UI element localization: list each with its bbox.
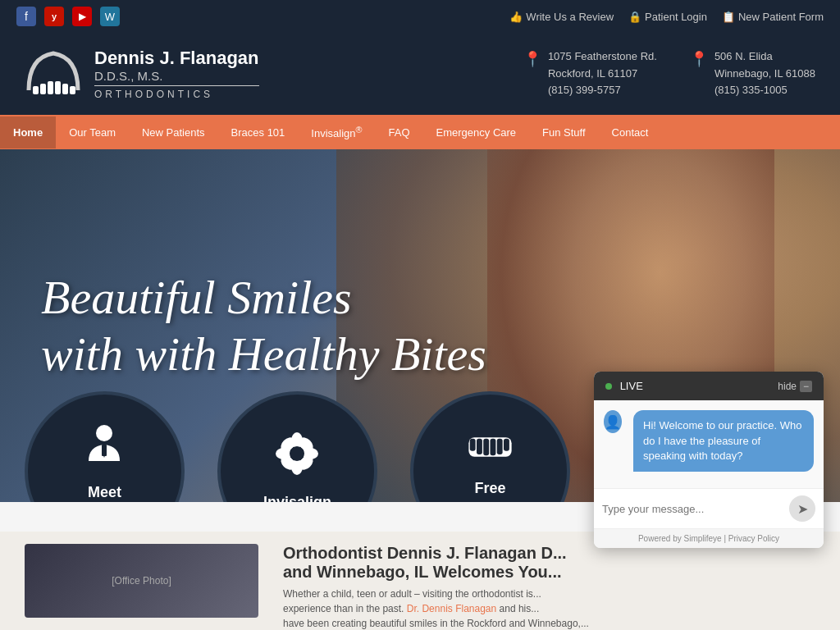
top-bar: f y ▶ W 👍 Write Us a Review 🔒 Patient Lo… [0,0,840,33]
circle-label-2: Invisalign [263,493,331,503]
form-icon: 📋 [722,11,735,23]
svg-point-6 [96,425,112,441]
svg-rect-22 [491,439,496,456]
facebook-icon[interactable]: f [16,7,36,26]
main-nav: Home Our Team New Patients Braces 101 In… [0,115,840,149]
address-1-line1: 1075 Featherstone Rd. [548,48,657,66]
svg-rect-19 [470,439,476,451]
address-2-phone: (815) 335-1005 [714,82,815,99]
pin-icon-1: 📍 [523,50,541,68]
svg-rect-0 [33,86,39,94]
hero-text: Beautiful Smiles with with Healthy Bites [0,269,527,383]
hide-label: hide [778,381,797,392]
send-icon: ➤ [797,501,808,517]
thumbs-up-icon: 👍 [509,11,523,23]
meet-dr-flanagan-button[interactable]: MeetDr. Flanagan [25,391,185,502]
social-links: f y ▶ W [16,7,120,26]
agent-avatar: 👤 [604,410,622,433]
lock-icon: 🔒 [628,11,641,23]
chat-input[interactable] [602,503,789,515]
chat-hide-button[interactable]: hide − [778,381,812,392]
doctor-link[interactable]: Dr. Dennis Flanagan [407,603,496,614]
chat-footer: Powered by Simplifeye | Privacy Policy [594,528,824,548]
doctor-name: Dennis J. Flanagan [94,48,259,69]
svg-point-17 [290,446,304,461]
chat-message-row: 👤 Hi! Welcome to our practice. Who do I … [604,410,814,478]
nav-fun-stuff[interactable]: Fun Stuff [529,116,599,148]
logo-text: Dennis J. Flanagan D.D.S., M.S. ORTHODON… [94,48,259,100]
circle-label-1: MeetDr. Flanagan [60,483,148,502]
chat-bubble: Hi! Welcome to our practice. Who do I ha… [633,410,814,472]
patient-login-link[interactable]: 🔒 Patient Login [628,11,707,23]
intro-text: Orthodontist Dennis J. Flanagan D... and… [283,544,815,618]
address-winnebago: 📍 506 N. Elida Winnebago, IL 61088 (815)… [690,48,815,99]
circle-label-3: FreeSmile Exam [449,479,532,502]
person-icon [82,422,127,477]
hero-headline: Beautiful Smiles with with Healthy Bites [41,269,486,383]
svg-rect-4 [62,84,68,94]
chat-widget: LIVE hide − 👤 Hi! Welcome to our practic… [594,372,824,548]
nav-invisalign[interactable]: Invisalign® [298,115,375,149]
svg-rect-21 [483,439,489,456]
minimize-icon: − [800,381,812,392]
specialty-label: ORTHODONTICS [94,85,259,100]
invisalign-button[interactable]: Invisalign [217,391,377,502]
write-review-link[interactable]: 👍 Write Us a Review [509,11,614,23]
svg-rect-23 [497,439,503,454]
address-rockford: 📍 1075 Featherstone Rd. Rockford, IL 611… [523,48,657,99]
site-header: Dennis J. Flanagan D.D.S., M.S. ORTHODON… [0,33,840,115]
address-1-line2: Rockford, IL 61107 [548,66,657,83]
logo-area: Dennis J. Flanagan D.D.S., M.S. ORTHODON… [25,45,259,103]
nav-our-team[interactable]: Our Team [56,116,129,148]
address-2-line1: 506 N. Elida [714,48,815,66]
doctor-credentials: D.D.S., M.S. [94,69,259,83]
hero-line2: with with Healthy Bites [41,327,486,381]
svg-rect-1 [40,84,46,94]
intro-body: Whether a child, teen or adult – visitin… [283,587,815,630]
chat-send-button[interactable]: ➤ [789,495,815,522]
youtube-icon[interactable]: ▶ [72,7,92,26]
wordpress-icon[interactable]: W [100,7,120,26]
address-1-phone: (815) 399-5757 [548,82,657,99]
office-image: [Office Photo] [25,544,258,618]
hero-line1: Beautiful Smiles [41,271,352,324]
nav-faq[interactable]: FAQ [376,116,423,148]
address-2-line2: Winnebago, IL 61088 [714,66,815,83]
pin-icon-2: 📍 [690,50,708,68]
circles-row: MeetDr. Flanagan Invi [0,391,570,502]
svg-rect-5 [70,86,75,94]
svg-rect-20 [477,439,482,454]
new-patient-form-link[interactable]: 📋 New Patient Form [722,11,824,23]
svg-rect-24 [504,439,509,451]
free-smile-exam-button[interactable]: FreeSmile Exam [410,391,570,502]
chat-body: 👤 Hi! Welcome to our practice. Who do I … [594,400,824,488]
addresses: 📍 1075 Featherstone Rd. Rockford, IL 611… [523,48,815,99]
logo-arch-icon [25,45,82,103]
nav-braces-101[interactable]: Braces 101 [218,116,299,148]
nav-home[interactable]: Home [0,116,56,148]
live-dot [605,383,612,390]
svg-rect-2 [48,81,53,94]
teeth-icon [468,425,513,472]
top-links: 👍 Write Us a Review 🔒 Patient Login 📋 Ne… [509,11,824,23]
chat-input-row: ➤ [594,488,824,528]
intro-heading: Orthodontist Dennis J. Flanagan D... and… [283,544,815,582]
svg-rect-3 [55,81,61,94]
nav-emergency-care[interactable]: Emergency Care [423,116,530,148]
nav-new-patients[interactable]: New Patients [129,116,218,148]
yelp-icon[interactable]: y [44,7,64,26]
flower-icon [275,431,320,486]
live-indicator: LIVE [605,380,643,392]
chat-header: LIVE hide − [594,372,824,400]
live-label: LIVE [620,380,643,392]
nav-contact[interactable]: Contact [599,116,662,148]
